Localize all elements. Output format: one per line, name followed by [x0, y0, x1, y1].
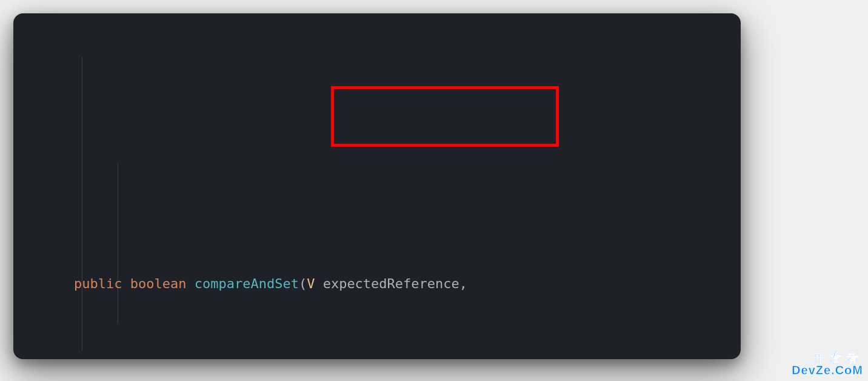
type-v: V [307, 276, 315, 291]
param: expectedReference [323, 276, 459, 291]
keyword-boolean: boolean [130, 276, 187, 291]
code-line: public boolean compareAndSet(V expectedR… [13, 271, 741, 297]
watermark-top: 开发者 [792, 352, 863, 364]
code-content[interactable]: public boolean compareAndSet(V expectedR… [13, 30, 741, 359]
method-name: compareAndSet [195, 276, 299, 291]
watermark: 开发者 DevZe.CoM [792, 352, 863, 376]
watermark-bottom: DevZe.CoM [792, 364, 863, 376]
keyword-public: public [74, 276, 122, 291]
highlight-box [331, 86, 559, 147]
indent-guides [74, 30, 741, 359]
code-editor-window: public boolean compareAndSet(V expectedR… [13, 13, 741, 359]
